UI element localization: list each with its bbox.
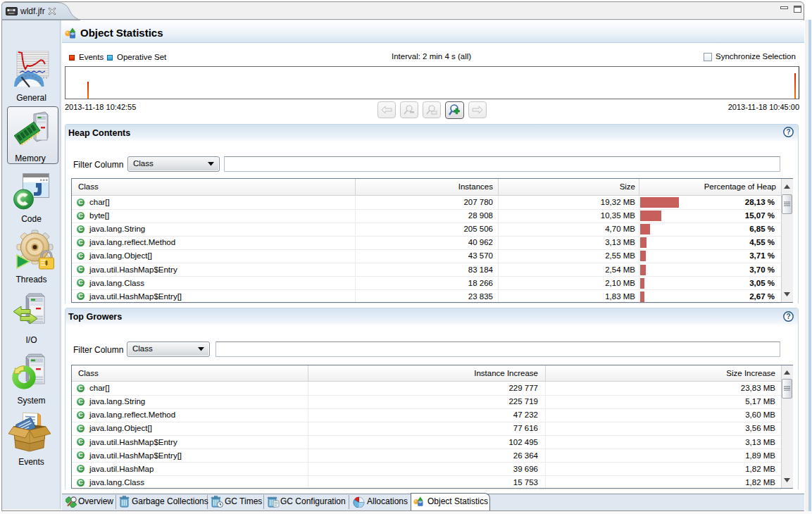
svg-text:?: ? (786, 128, 790, 136)
svg-text:?: ? (786, 313, 790, 320)
